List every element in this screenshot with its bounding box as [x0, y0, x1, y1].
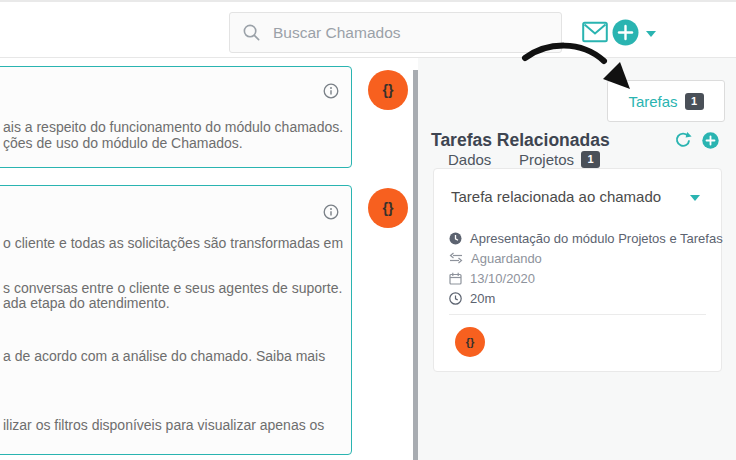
- task-assignee-avatar: {}: [455, 327, 485, 357]
- task-subject-row: Apresentação do módulo Projetos e Tarefa…: [449, 230, 723, 246]
- message-text: a de acordo com a análise do chamado. Sa…: [3, 348, 325, 364]
- task-status: Aguardando: [471, 251, 542, 266]
- tab-label: Projetos: [519, 151, 574, 168]
- side-panel: Dados Projetos 1 Tarefas 1 Tarefas Relac…: [418, 58, 736, 460]
- task-duration-row: 20m: [449, 290, 495, 306]
- info-icon[interactable]: [323, 204, 339, 224]
- avatar: {}: [368, 70, 408, 110]
- top-header: [0, 0, 736, 58]
- search-bar: [229, 12, 562, 53]
- search-input[interactable]: [271, 23, 549, 43]
- tab-count-badge: 1: [685, 93, 704, 110]
- tab-tarefas[interactable]: Tarefas 1: [607, 80, 725, 122]
- message-text: ais a respeito do funcionamento do módul…: [3, 119, 343, 135]
- app: ais a respeito do funcionamento do módul…: [0, 0, 736, 460]
- task-subject: Apresentação do módulo Projetos e Tarefa…: [470, 231, 723, 246]
- message-text: ilizar os filtros disponíveis para visua…: [3, 417, 324, 433]
- add-task-icon[interactable]: [702, 132, 719, 153]
- avatar: {}: [368, 188, 408, 228]
- caret-down-icon: [690, 195, 700, 201]
- mail-icon[interactable]: [582, 21, 608, 47]
- info-icon[interactable]: [323, 83, 339, 103]
- task-title: Tarefa relacionada ao chamado: [451, 188, 661, 205]
- search-icon: [242, 23, 261, 42]
- task-date-row: 13/10/2020: [449, 270, 535, 286]
- section-title: Tarefas Relacionadas: [431, 130, 610, 151]
- task-date: 13/10/2020: [470, 271, 535, 286]
- refresh-icon[interactable]: [674, 131, 692, 153]
- divider: [449, 314, 706, 315]
- task-card: Tarefa relacionada ao chamado Apresentaç…: [433, 168, 722, 372]
- task-duration: 20m: [470, 291, 495, 306]
- tab-count-badge: 1: [581, 151, 600, 168]
- ticket-message-box-2: o cliente e todas as solicitações são tr…: [0, 185, 352, 455]
- tab-label: Dados: [448, 151, 491, 168]
- task-status-row: Aguardando: [449, 250, 542, 266]
- ticket-message-box-1: ais a respeito do funcionamento do módul…: [0, 66, 352, 168]
- add-button[interactable]: [612, 19, 639, 50]
- caret-down-icon[interactable]: [646, 31, 656, 37]
- calendar-icon: [449, 272, 462, 285]
- message-text: ada etapa do atendimento.: [3, 295, 170, 311]
- message-text: o cliente e todas as solicitações são tr…: [3, 235, 343, 251]
- message-text: ções de uso do módulo de Chamados.: [3, 135, 243, 151]
- task-dropdown-toggle[interactable]: Tarefa relacionada ao chamado: [434, 169, 721, 217]
- clock-filled-icon: [449, 232, 462, 245]
- clock-outline-icon: [449, 292, 462, 305]
- tab-label: Tarefas: [628, 93, 677, 110]
- message-text: s conversas entre o cliente e seus agent…: [3, 280, 342, 296]
- transfer-arrows-icon: [449, 252, 463, 264]
